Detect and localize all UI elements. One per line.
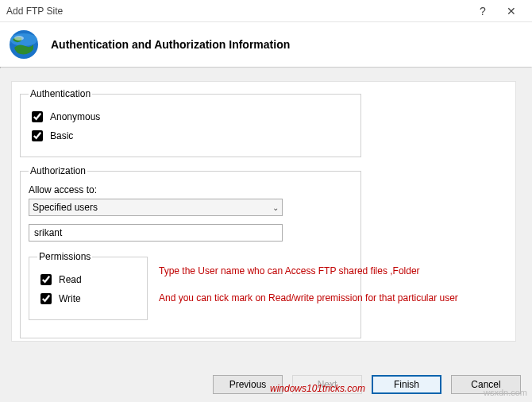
page-body: Authentication Anonymous Basic Authoriza… [0, 68, 532, 402]
window-title: Add FTP Site [6, 6, 468, 17]
wizard-buttons: Previous Next Finish Cancel [213, 375, 521, 394]
titlebar: Add FTP Site ? ✕ [0, 0, 532, 22]
authorization-legend: Authorization [29, 165, 87, 176]
read-row: Read [37, 272, 139, 288]
anonymous-label: Anonymous [50, 111, 100, 122]
page-heading: Authentication and Authorization Informa… [51, 38, 290, 51]
read-label: Read [59, 274, 82, 285]
chevron-down-icon: ⌄ [272, 203, 279, 212]
basic-label: Basic [50, 130, 73, 141]
cancel-button[interactable]: Cancel [451, 375, 521, 394]
authentication-legend: Authentication [29, 88, 92, 99]
help-button[interactable]: ? [468, 5, 497, 17]
authorization-group: Authorization Allow access to: Specified… [20, 165, 361, 338]
read-checkbox[interactable] [40, 274, 52, 285]
user-input[interactable] [29, 224, 283, 242]
anonymous-row: Anonymous [29, 109, 353, 125]
allow-access-selected: Specified users [33, 202, 98, 213]
next-button: Next [292, 375, 362, 394]
basic-row: Basic [29, 128, 353, 144]
close-button[interactable]: ✕ [497, 5, 526, 17]
previous-button[interactable]: Previous [213, 375, 283, 394]
annotation-permissions: And you can tick mark on Read/write prem… [159, 292, 458, 303]
permissions-legend: Permissions [37, 251, 92, 262]
permissions-group: Permissions Read Write [29, 251, 148, 320]
write-row: Write [37, 291, 139, 307]
basic-checkbox[interactable] [32, 130, 43, 141]
allow-access-select[interactable]: Specified users ⌄ [29, 199, 283, 216]
svg-point-2 [14, 36, 24, 41]
write-label: Write [59, 293, 81, 304]
allow-access-label: Allow access to: [29, 184, 353, 195]
finish-button[interactable]: Finish [372, 375, 441, 394]
globe-icon [8, 29, 40, 60]
authentication-group: Authentication Anonymous Basic [20, 88, 361, 157]
annotation-username: Type the User name who can Access FTP sh… [159, 265, 420, 276]
anonymous-checkbox[interactable] [32, 111, 43, 122]
content-panel: Authentication Anonymous Basic Authoriza… [11, 81, 516, 342]
header: Authentication and Authorization Informa… [0, 22, 532, 67]
write-checkbox[interactable] [40, 293, 52, 304]
